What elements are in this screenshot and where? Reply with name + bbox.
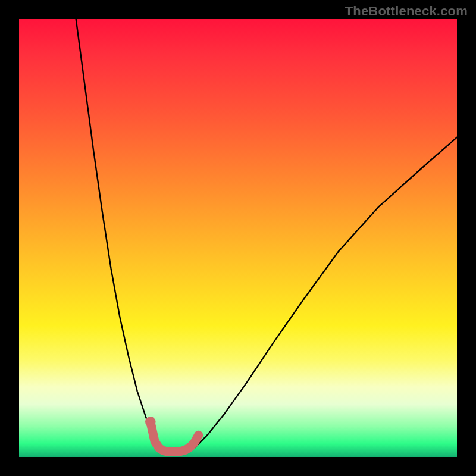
chart-svg (19, 19, 457, 457)
watermark-text: TheBottleneck.com (345, 4, 468, 19)
series-layer (76, 19, 457, 452)
series-bottom-pink-segment (151, 422, 199, 452)
plot-area (19, 19, 457, 457)
chart-frame: TheBottleneck.com (0, 0, 476, 476)
series-left-curve (76, 19, 159, 448)
marker-pink-dot-left (145, 416, 156, 427)
marker-layer (145, 416, 156, 427)
series-right-curve (194, 137, 457, 449)
